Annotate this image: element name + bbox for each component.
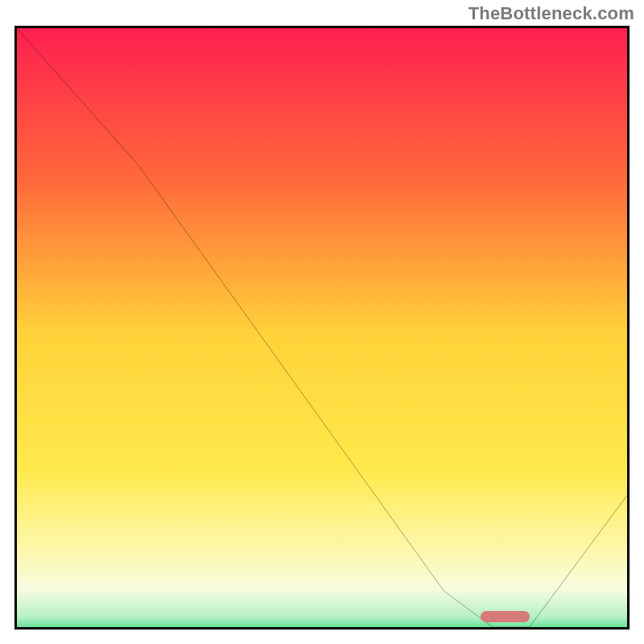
curve-layer xyxy=(17,28,627,627)
bottleneck-chart: TheBottleneck.com xyxy=(0,0,644,644)
optimal-range-marker xyxy=(481,611,530,622)
bottleneck-curve-path xyxy=(17,28,627,627)
plot-area xyxy=(14,26,630,630)
watermark-text: TheBottleneck.com xyxy=(469,3,634,24)
